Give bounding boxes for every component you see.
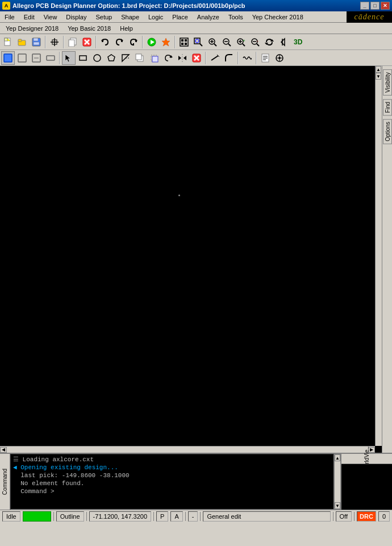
tb-rotate-button[interactable] xyxy=(161,51,175,65)
svg-rect-1 xyxy=(5,38,7,41)
menu-yep-basic[interactable]: Yep Basic 2018 xyxy=(63,23,115,34)
menu-setup[interactable]: Setup xyxy=(91,11,116,23)
menu-tools[interactable]: Tools xyxy=(224,11,248,23)
tb-zoom-in-button[interactable] xyxy=(206,35,219,49)
tb-route1-button[interactable] xyxy=(208,51,222,65)
app-icon: A xyxy=(2,2,10,10)
tb-3d-button[interactable]: 3D xyxy=(291,35,305,49)
svg-line-32 xyxy=(214,44,216,46)
status-mode: Idle xyxy=(2,511,20,522)
menu-edit[interactable]: Edit xyxy=(19,11,39,23)
status-a[interactable]: A xyxy=(170,511,182,522)
tb-redo2-button[interactable] xyxy=(127,35,140,49)
tb-fit-button[interactable] xyxy=(177,35,191,49)
tab-options[interactable]: Options xyxy=(383,119,392,144)
status-drc-count: 0 xyxy=(378,511,390,522)
svg-line-44 xyxy=(257,44,259,46)
status-dash: - xyxy=(188,511,198,522)
canvas-vscrollbar[interactable]: ▲ ▼ xyxy=(375,66,382,446)
tb-mirror-button[interactable] xyxy=(176,51,189,65)
tb-wave-button[interactable] xyxy=(240,51,254,65)
status-divider6 xyxy=(333,512,333,521)
toolbar2 xyxy=(0,50,392,66)
tb-drill-button[interactable] xyxy=(273,51,286,65)
tb-save-button[interactable] xyxy=(30,35,43,49)
status-drc[interactable]: DRC xyxy=(357,511,376,522)
console-label: Command xyxy=(0,454,10,510)
console-scrollbar[interactable]: ▲ ▼ xyxy=(334,454,341,510)
menu-help[interactable]: Help xyxy=(115,23,137,34)
menu-display[interactable]: Display xyxy=(61,11,91,23)
console-line-1: ☰ Loading axlcore.cxt xyxy=(13,456,331,464)
menu-view[interactable]: View xyxy=(39,11,62,23)
svg-rect-53 xyxy=(18,54,26,62)
tb-new-button[interactable] xyxy=(1,35,15,49)
svg-rect-7 xyxy=(34,42,39,45)
status-divider5 xyxy=(200,512,201,521)
tb-crosshair-button[interactable] xyxy=(48,35,61,49)
tb-zoom-out-button[interactable] xyxy=(220,35,233,49)
tb-prev-view-button[interactable] xyxy=(277,35,290,49)
menu-file[interactable]: File xyxy=(0,11,19,23)
tb-select-button[interactable] xyxy=(15,51,29,65)
tb-rect-button[interactable] xyxy=(76,51,90,65)
menu-place[interactable]: Place xyxy=(168,11,193,23)
tab-visibility[interactable]: Visibility xyxy=(383,69,392,96)
tb-pin-button[interactable] xyxy=(159,35,173,49)
svg-rect-58 xyxy=(80,56,86,60)
tb-select2-button[interactable] xyxy=(30,51,43,65)
menu-analyze[interactable]: Analyze xyxy=(193,11,224,23)
status-divider4 xyxy=(185,512,186,521)
status-divider2 xyxy=(86,512,87,521)
tb-move-button[interactable] xyxy=(147,51,161,65)
status-indicator xyxy=(23,511,51,522)
tb-zoom-in2-button[interactable]: + xyxy=(234,35,248,49)
tb-zoom-out2-button[interactable]: - xyxy=(248,35,262,49)
menu-yep-designer[interactable]: Yep Designer 2018 xyxy=(1,23,63,34)
canvas-hscrollbar[interactable]: ◀ ▶ xyxy=(0,446,375,453)
tb-snap-button[interactable] xyxy=(119,51,132,65)
tb-open-button[interactable] xyxy=(15,35,29,49)
tb-delete2-button[interactable] xyxy=(190,51,203,65)
tb-zoom-area-button[interactable] xyxy=(191,35,205,49)
svg-line-39 xyxy=(243,44,245,46)
status-coords: -71.1200, 147.3200 xyxy=(89,511,151,522)
tb-refresh-button[interactable] xyxy=(262,35,276,49)
svg-line-36 xyxy=(228,44,231,46)
svg-line-29 xyxy=(200,44,202,46)
svg-text:+: + xyxy=(243,38,245,43)
maximize-button[interactable]: □ xyxy=(370,2,380,10)
svg-marker-69 xyxy=(178,56,181,60)
toolbar2-separator4 xyxy=(256,52,257,64)
right-panel: Visibility Find Options xyxy=(382,66,392,453)
tb-poly-button[interactable] xyxy=(105,51,118,65)
menu-shape[interactable]: Shape xyxy=(116,11,144,23)
tab-find[interactable]: Find xyxy=(383,99,392,115)
close-button[interactable]: ✕ xyxy=(381,2,390,10)
console-panel[interactable]: ☰ Loading axlcore.cxt ◀ Opening existing… xyxy=(10,454,334,510)
menu-logic[interactable]: Logic xyxy=(144,11,168,23)
tb-select3-button[interactable] xyxy=(44,51,57,65)
tb-circle-button[interactable] xyxy=(90,51,104,65)
tb-cursor-button[interactable] xyxy=(62,51,76,65)
canvas-area[interactable]: ▲ ▼ ◀ ▶ xyxy=(0,66,382,453)
minimize-button[interactable]: _ xyxy=(360,2,369,10)
status-off: Off xyxy=(336,511,352,522)
menu-yep-checker[interactable]: Yep Checker 2018 xyxy=(248,11,308,23)
tb-select-active-button[interactable] xyxy=(1,51,15,65)
tb-undo-button[interactable] xyxy=(98,35,112,49)
svg-rect-12 xyxy=(69,40,74,47)
svg-marker-70 xyxy=(184,56,186,60)
worldview-label-text: WorldVie... xyxy=(364,445,370,473)
tb-delete-button[interactable] xyxy=(80,35,94,49)
bottom-area: Command ☰ Loading axlcore.cxt ◀ Opening … xyxy=(0,453,392,510)
tb-route2-button[interactable] xyxy=(222,51,236,65)
svg-text:-: - xyxy=(257,38,258,43)
tb-run-button[interactable] xyxy=(145,35,159,49)
status-p[interactable]: P xyxy=(156,511,168,522)
tb-report-button[interactable] xyxy=(258,51,272,65)
cadence-logo: cādence xyxy=(347,11,392,23)
tb-copy-button[interactable] xyxy=(66,35,80,49)
tb-copy2-button[interactable] xyxy=(133,51,147,65)
tb-redo-button[interactable] xyxy=(112,35,126,49)
